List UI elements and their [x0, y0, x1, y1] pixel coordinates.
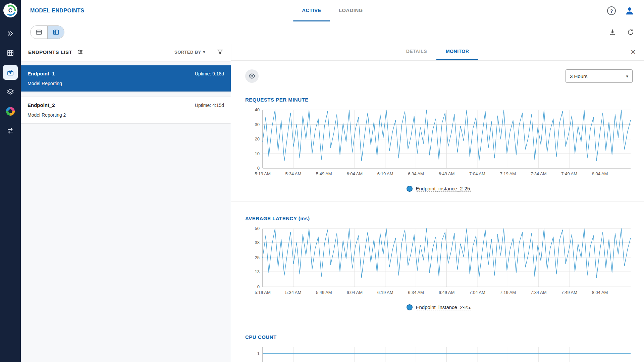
swap-arrows-icon [6, 127, 14, 135]
svg-text:8:04 AM: 8:04 AM [592, 290, 608, 295]
sorted-by-dropdown[interactable]: SORTED BY ▾ [174, 50, 205, 55]
endpoint-list-item[interactable]: Endpoint_2 Uptime: 4:15d Model Reporting… [21, 97, 231, 123]
restart-icon [627, 28, 635, 36]
chevron-down-icon: ▾ [626, 74, 628, 79]
endpoint-description: Model Reporting [28, 81, 224, 86]
detail-tabs: DETAILS MONITOR ✕ [231, 43, 644, 61]
svg-text:6:19 AM: 6:19 AM [377, 171, 393, 176]
header-tabs: ACTIVE LOADING [293, 0, 371, 21]
help-icon[interactable]: ? [607, 6, 616, 15]
svg-text:0: 0 [257, 166, 260, 171]
page-title: MODEL ENDPOINTS [30, 8, 84, 14]
cpu-chart: 1 [245, 345, 633, 362]
svg-text:6:49 AM: 6:49 AM [439, 171, 455, 176]
eye-icon [248, 72, 256, 80]
svg-text:7:49 AM: 7:49 AM [561, 171, 577, 176]
chevron-down-icon: ▾ [203, 50, 205, 54]
tab-details[interactable]: DETAILS [397, 43, 436, 60]
monitor-controls: 3 Hours ▾ [245, 69, 633, 83]
app-root: C [0, 0, 644, 362]
split-view-icon [52, 28, 60, 36]
requests-chart-title: REQUESTS PER MINUTE [245, 83, 633, 103]
tune-icon [77, 49, 84, 55]
monitor-body: 3 Hours ▾ REQUESTS PER MINUTE 5:19 AM5:3… [231, 61, 644, 362]
svg-text:5:34 AM: 5:34 AM [285, 290, 302, 295]
svg-text:5:19 AM: 5:19 AM [255, 290, 271, 295]
sidebar-item-model-endpoints[interactable] [3, 65, 18, 80]
brand-logo[interactable]: C [3, 3, 17, 17]
cloudera-c-icon: C [5, 5, 16, 16]
table-view-button[interactable] [31, 26, 47, 39]
svg-text:50: 50 [255, 226, 260, 231]
endpoint-name: Endpoint_2 [28, 102, 55, 108]
svg-text:7:04 AM: 7:04 AM [469, 290, 485, 295]
table-view-icon [35, 28, 43, 36]
svg-text:20: 20 [255, 136, 260, 141]
split-view-button[interactable] [47, 26, 64, 39]
svg-text:5:34 AM: 5:34 AM [285, 171, 302, 176]
requests-chart-legend: Endpoint_instance_2-25. [245, 186, 633, 192]
tab-loading[interactable]: LOADING [330, 0, 372, 21]
cpu-chart-title: CPU COUNT [245, 320, 633, 340]
svg-text:6:19 AM: 6:19 AM [377, 290, 393, 295]
svg-text:40: 40 [255, 107, 260, 112]
svg-text:5:49 AM: 5:49 AM [316, 290, 332, 295]
endpoint-uptime: Uptime: 4:15d [195, 103, 224, 108]
svg-text:13: 13 [255, 269, 260, 274]
sidebar-item-applications[interactable] [3, 104, 18, 119]
download-icon [608, 28, 616, 36]
svg-text:7:34 AM: 7:34 AM [531, 290, 547, 295]
svg-text:7:19 AM: 7:19 AM [500, 290, 516, 295]
grid-table-icon [6, 49, 14, 57]
sidebar-item-models[interactable] [3, 84, 18, 99]
sidebar-item-sessions[interactable] [3, 26, 18, 41]
content-split: ENDPOINTS LIST SORTED BY ▾ [21, 43, 644, 362]
svg-text:6:04 AM: 6:04 AM [346, 171, 363, 176]
double-chevron-icon [6, 29, 14, 38]
restart-button[interactable] [627, 28, 635, 36]
endpoints-list-title: ENDPOINTS LIST [28, 49, 72, 55]
svg-text:5:19 AM: 5:19 AM [255, 171, 271, 176]
legend-dot-icon [407, 304, 413, 310]
user-avatar[interactable] [625, 6, 635, 16]
svg-text:1: 1 [257, 351, 260, 356]
svg-text:7:34 AM: 7:34 AM [531, 171, 547, 176]
person-icon [625, 6, 635, 16]
svg-text:8:04 AM: 8:04 AM [592, 171, 608, 176]
endpoints-panel-header: ENDPOINTS LIST SORTED BY ▾ [21, 43, 231, 61]
svg-text:7:19 AM: 7:19 AM [500, 171, 516, 176]
visibility-toggle-button[interactable] [245, 69, 259, 83]
time-range-value: 3 Hours [570, 73, 588, 79]
latency-chart-legend: Endpoint_instance_2-25. [245, 304, 633, 310]
sidebar: C [0, 0, 21, 362]
svg-text:30: 30 [255, 122, 260, 127]
sidebar-item-datasets[interactable] [3, 46, 18, 60]
cpu-section: CPU COUNT 1 [231, 320, 644, 362]
view-toggle-group [30, 25, 64, 39]
applications-donut-icon [6, 107, 15, 116]
close-icon[interactable]: ✕ [630, 49, 636, 55]
top-header: MODEL ENDPOINTS ACTIVE LOADING ? [21, 0, 644, 21]
view-toolbar [21, 21, 644, 43]
download-button[interactable] [608, 28, 616, 36]
filter-button[interactable] [217, 49, 223, 55]
svg-text:6:49 AM: 6:49 AM [439, 290, 455, 295]
latency-chart: 5:19 AM5:34 AM5:49 AM6:04 AM6:19 AM6:34 … [245, 226, 633, 298]
model-endpoints-icon [6, 68, 14, 76]
tab-monitor[interactable]: MONITOR [436, 43, 478, 60]
tab-active[interactable]: ACTIVE [293, 0, 330, 21]
endpoints-panel: ENDPOINTS LIST SORTED BY ▾ [21, 43, 231, 362]
endpoint-uptime: Uptime: 9:18d [195, 71, 224, 76]
svg-text:7:04 AM: 7:04 AM [469, 171, 485, 176]
tune-filter-button[interactable] [77, 49, 84, 55]
svg-text:0: 0 [257, 284, 260, 289]
svg-text:25: 25 [255, 255, 260, 260]
sorted-by-label: SORTED BY [174, 50, 201, 55]
endpoint-list-item[interactable]: Endpoint_1 Uptime: 9:18d Model Reporting [21, 65, 231, 92]
legend-dot-icon [407, 186, 413, 192]
endpoint-description: Model Reporting 2 [28, 112, 224, 118]
endpoint-list: Endpoint_1 Uptime: 9:18d Model Reporting… [21, 61, 231, 133]
time-range-select[interactable]: 3 Hours ▾ [566, 69, 633, 83]
svg-text:6:34 AM: 6:34 AM [408, 171, 424, 176]
sidebar-item-jobs[interactable] [3, 123, 18, 138]
